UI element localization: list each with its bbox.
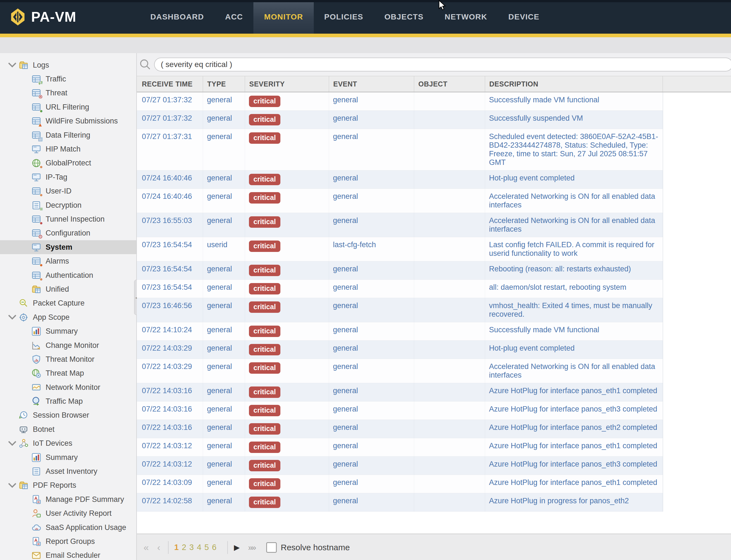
prev-page-button[interactable]: ‹ — [157, 542, 160, 553]
column-header-severity[interactable]: SEVERITY — [245, 76, 329, 92]
chevron-down-icon[interactable] — [6, 438, 18, 449]
tab-monitor[interactable]: MONITOR — [253, 0, 313, 34]
app-window: PA-VM DASHBOARDACCMONITORPOLICIESOBJECTS… — [0, 0, 731, 560]
sidebar-item-url-filtering[interactable]: ●URL Filtering — [0, 100, 136, 114]
table-row[interactable]: 07/22 14:03:29generalcriticalgeneralAcce… — [137, 359, 663, 383]
log-filter-input[interactable]: ( severity eq critical ) — [154, 58, 731, 71]
sidebar-item-packet-capture[interactable]: Packet Capture — [0, 296, 136, 310]
table-row[interactable]: 07/27 01:37:32generalcriticalgeneralSucc… — [137, 111, 663, 129]
table-row[interactable]: 07/23 16:54:54generalcriticalgeneralall:… — [137, 280, 663, 298]
sidebar-item-label: Traffic Map — [46, 397, 83, 406]
description-cell: Successfully made VM functional — [485, 322, 663, 340]
sidebar-item-hip-match[interactable]: HIP Match — [0, 142, 136, 156]
table-row[interactable]: 07/23 16:46:56generalcriticalgeneralvmho… — [137, 298, 663, 322]
sidebar-item-threat[interactable]: ⊗Threat — [0, 86, 136, 100]
sidebar-item-asset-inventory[interactable]: Asset Inventory — [0, 464, 136, 478]
table-row[interactable]: 07/23 16:54:54generalcriticalgeneralRebo… — [137, 261, 663, 280]
first-page-button[interactable]: « — [143, 542, 149, 553]
sidebar-item-network-monitor[interactable]: Network Monitor — [0, 380, 136, 394]
sidebar-item-summary[interactable]: Summary — [0, 324, 136, 338]
sidebar-item-configuration[interactable]: ⚙Configuration — [0, 226, 136, 240]
sidebar-item-summary[interactable]: Summary — [0, 450, 136, 464]
sidebar-item-alarms[interactable]: ●Alarms — [0, 254, 136, 268]
sidebar-item-traffic[interactable]: ⇄Traffic — [0, 72, 136, 86]
receive-time-cell: 07/22 14:03:09 — [137, 475, 203, 493]
sidebar-item-manage-pdf-summary[interactable]: Manage PDF Summary — [0, 492, 136, 506]
sidebar-item-pdf-reports[interactable]: PDF Reports — [0, 479, 136, 492]
severity-cell: critical — [245, 129, 329, 170]
sidebar-item-botnet[interactable]: Botnet — [0, 422, 136, 436]
resolve-hostname-checkbox[interactable] — [266, 542, 277, 553]
table-row[interactable]: 07/22 14:03:16generalcriticalgeneralAzur… — [137, 402, 663, 420]
sidebar-item-data-filtering[interactable]: ▤Data Filtering — [0, 128, 136, 142]
table-row[interactable]: 07/22 14:02:58generalcriticalgeneralAzur… — [137, 493, 663, 512]
page-number-1[interactable]: 1 — [174, 543, 178, 552]
alarms-icon: ● — [31, 256, 41, 266]
table-row[interactable]: 07/22 14:10:24generalcriticalgeneralSucc… — [137, 322, 663, 341]
type-cell: general — [203, 493, 245, 511]
page-number-6[interactable]: 6 — [212, 543, 216, 552]
table-row[interactable]: 07/22 14:03:16generalcriticalgeneralAzur… — [137, 420, 663, 438]
tab-policies[interactable]: POLICIES — [314, 0, 374, 34]
sidebar-item-user-activity-report[interactable]: User Activity Report — [0, 507, 136, 521]
sidebar-item-session-browser[interactable]: Session Browser — [0, 408, 136, 422]
page-number-3[interactable]: 3 — [189, 543, 194, 552]
table-row[interactable]: 07/22 14:03:12generalcriticalgeneralAzur… — [137, 457, 663, 475]
sidebar-item-logs[interactable]: Logs — [0, 58, 136, 72]
chevron-down-icon[interactable] — [6, 60, 18, 70]
table-row[interactable]: 07/24 16:40:46generalcriticalgeneralHot-… — [137, 170, 663, 189]
receive-time-cell: 07/22 14:03:12 — [137, 438, 203, 456]
sidebar-item-traffic-map[interactable]: Traffic Map — [0, 394, 136, 408]
sidebar-item-saas-application-usage[interactable]: SaaS Application Usage — [0, 521, 136, 534]
sidebar-item-system[interactable]: System — [0, 240, 136, 254]
botnet-icon — [18, 424, 29, 435]
sidebar-item-email-scheduler[interactable]: Email Scheduler — [0, 549, 136, 560]
table-row[interactable]: 07/22 14:03:16generalcriticalgeneralAzur… — [137, 383, 663, 402]
sidebar-item-decryption[interactable]: ≡Decryption — [0, 198, 136, 212]
sidebar-item-app-scope[interactable]: App Scope — [0, 310, 136, 324]
chevron-down-icon[interactable] — [6, 312, 18, 322]
sidebar-item-user-id[interactable]: ●User-ID — [0, 184, 136, 198]
tab-device[interactable]: DEVICE — [498, 0, 550, 34]
page-number-4[interactable]: 4 — [197, 543, 201, 552]
column-header-description[interactable]: DESCRIPTION — [485, 76, 663, 92]
last-page-button[interactable]: »» — [248, 543, 255, 552]
sidebar-item-label: Email Scheduler — [46, 551, 100, 560]
table-row[interactable]: 07/22 14:03:09generalcriticalgeneralAzur… — [137, 475, 663, 493]
sidebar-item-wildfire-submissions[interactable]: ▲WildFire Submissions — [0, 114, 136, 128]
sidebar-item-label: User-ID — [46, 187, 71, 195]
table-row[interactable]: 07/27 01:37:31generalcriticalgeneralSche… — [137, 129, 663, 170]
page-number-2[interactable]: 2 — [182, 543, 186, 552]
sidebar-item-authentication[interactable]: ●Authentication — [0, 268, 136, 282]
column-header-event[interactable]: EVENT — [329, 76, 414, 92]
description-cell: Successfully suspended VM — [485, 111, 663, 129]
table-row[interactable]: 07/24 16:40:46generalcriticalgeneralAcce… — [137, 189, 663, 213]
sidebar-item-change-monitor[interactable]: Change Monitor — [0, 338, 136, 352]
table-row[interactable]: 07/23 16:55:03generalcriticalgeneralAcce… — [137, 213, 663, 237]
table-row[interactable]: 07/22 14:03:12generalcriticalgeneralAzur… — [137, 438, 663, 457]
sidebar-item-iot-devices[interactable]: IoT Devices — [0, 437, 136, 450]
table-row[interactable]: 07/23 16:54:54useridcriticallast-cfg-fet… — [137, 237, 663, 261]
chevron-down-icon[interactable] — [6, 480, 18, 490]
table-row[interactable]: 07/22 14:03:29generalcriticalgeneralHot-… — [137, 341, 663, 359]
sidebar-item-unified[interactable]: Unified — [0, 282, 136, 296]
tab-dashboard[interactable]: DASHBOARD — [140, 0, 214, 34]
type-cell: general — [203, 213, 245, 237]
sidebar-item-globalprotect[interactable]: ●GlobalProtect — [0, 156, 136, 170]
column-header-object[interactable]: OBJECT — [414, 76, 485, 92]
next-page-button[interactable]: ▶ — [234, 543, 240, 552]
type-cell: general — [203, 129, 245, 170]
column-header-receive-time[interactable]: RECEIVE TIME — [137, 76, 203, 92]
column-header-type[interactable]: TYPE — [203, 76, 245, 92]
sidebar-item-threat-monitor[interactable]: Threat Monitor — [0, 352, 136, 366]
sidebar-item-label: Change Monitor — [46, 341, 99, 350]
table-row[interactable]: 07/27 01:37:32generalcriticalgeneralSucc… — [137, 92, 663, 111]
receive-time-cell: 07/22 14:03:16 — [137, 402, 203, 420]
sidebar-item-ip-tag[interactable]: IP-Tag — [0, 170, 136, 184]
tab-acc[interactable]: ACC — [214, 0, 253, 34]
tab-objects[interactable]: OBJECTS — [374, 0, 434, 34]
sidebar-item-report-groups[interactable]: Report Groups — [0, 534, 136, 548]
sidebar-item-tunnel-inspection[interactable]: ●Tunnel Inspection — [0, 212, 136, 226]
page-number-5[interactable]: 5 — [204, 543, 209, 552]
sidebar-item-threat-map[interactable]: Threat Map — [0, 366, 136, 380]
